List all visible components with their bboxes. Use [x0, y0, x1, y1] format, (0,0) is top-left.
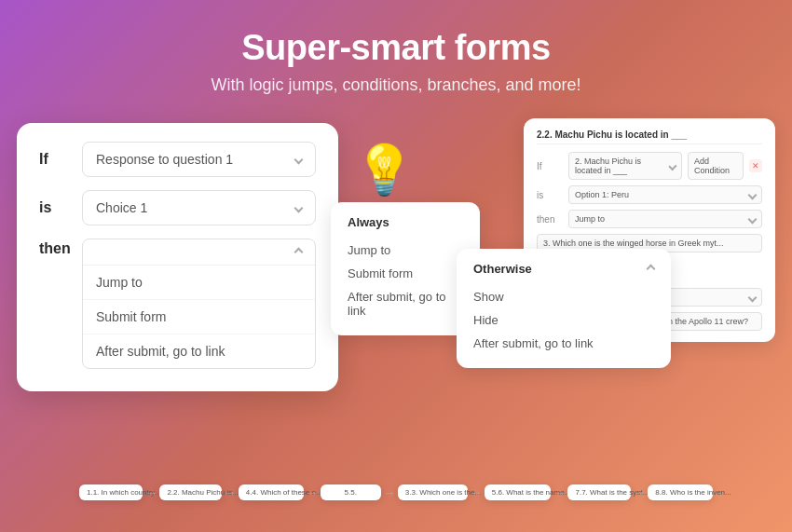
form-is-label: is	[537, 190, 563, 200]
form-if-label: If	[537, 161, 563, 171]
is-select-value: Choice 1	[96, 200, 147, 215]
then-option-link[interactable]: After submit, go to link	[83, 334, 315, 368]
page-title: Super-smart forms	[211, 28, 580, 68]
otherwise-option-link: After submit, go to link	[473, 332, 654, 355]
flow-node-8: 8.8. Who is the inven...	[648, 484, 713, 500]
form-then-select[interactable]: Jump to	[568, 210, 762, 228]
flow-node-6: 5.6. What is the name...	[485, 484, 552, 500]
flow-node-3: 4.4. Which of these o...	[239, 484, 304, 500]
chevron-down-icon	[294, 155, 304, 164]
form-add-condition-btn[interactable]: Add Condition	[688, 152, 744, 180]
otherwise-option-hide: Hide	[473, 308, 654, 332]
logic-card: If Response to question 1 is Choice 1 th…	[17, 123, 338, 391]
chevron-down-icon	[748, 293, 758, 302]
if-select-value: Response to question 1	[96, 152, 233, 167]
chevron-up-icon	[647, 265, 656, 274]
form-is-row: is Option 1: Peru	[537, 185, 762, 204]
is-row: is Choice 1	[39, 190, 316, 225]
always-option-link: After submit, go to link	[348, 285, 463, 322]
page-subtitle: With logic jumps, conditions, branches, …	[211, 75, 580, 95]
always-title: Always	[348, 215, 463, 229]
flow-arrow-1: →	[143, 485, 159, 500]
chevron-down-icon	[294, 203, 304, 212]
chevron-down-icon	[669, 161, 677, 170]
lightbulb-icon: 💡	[354, 142, 415, 198]
form-if-select[interactable]: 2. Machu Pichu is located in ___	[568, 152, 682, 180]
flow-node-5: 3.3. Which one is the...	[398, 484, 468, 500]
then-option-submit[interactable]: Submit form	[83, 300, 315, 334]
then-dropdown[interactable]: Jump to Submit form After submit, go to …	[82, 239, 316, 369]
form-panel-title: 2.2. Machu Pichu is located in ___	[537, 130, 762, 144]
main-container: Super-smart forms With logic jumps, cond…	[0, 0, 792, 532]
flow-arrow-6: →	[551, 485, 567, 500]
always-option-jump: Jump to	[348, 239, 463, 262]
then-row: then Jump to Submit form After submit, g…	[39, 239, 316, 369]
header: Super-smart forms With logic jumps, cond…	[192, 0, 599, 114]
flow-arrow-4: →	[381, 485, 398, 500]
form-if-row: If 2. Machu Pichu is located in ___ Add …	[537, 152, 762, 180]
chevron-down-icon	[748, 190, 758, 199]
flow-node-4: 5.5.	[321, 484, 381, 500]
is-label: is	[39, 199, 82, 216]
otherwise-title: Otherwise	[473, 262, 654, 276]
chevron-up-icon	[294, 248, 304, 257]
otherwise-option-show: Show	[473, 285, 654, 308]
delete-icon[interactable]: ✕	[749, 159, 762, 172]
otherwise-card: Otherwise Show Hide After submit, go to …	[457, 249, 671, 368]
flow-node-2: 2.2. Machu Pichu is...	[159, 484, 221, 500]
flow-node-7: 7.7. What is the syst...	[567, 484, 631, 500]
chevron-down-icon	[748, 214, 758, 224]
if-select[interactable]: Response to question 1	[82, 142, 316, 177]
if-row: If Response to question 1	[39, 142, 316, 177]
flow-arrow-2: →	[222, 485, 239, 500]
then-option-jump[interactable]: Jump to	[83, 266, 315, 300]
always-option-submit: Submit form	[348, 262, 463, 285]
is-select[interactable]: Choice 1	[82, 190, 316, 225]
form-then-label: then	[537, 214, 563, 225]
flow-arrow-7: →	[631, 485, 648, 500]
flow-node-1: 1.1. In which country...	[79, 484, 143, 500]
form-is-select[interactable]: Option 1: Peru	[568, 185, 762, 204]
then-dropdown-header	[83, 239, 315, 266]
flow-diagram: 1.1. In which country... → 2.2. Machu Pi…	[79, 467, 713, 518]
then-label: then	[39, 239, 82, 257]
if-label: If	[39, 151, 82, 168]
flow-arrow-5: →	[468, 485, 485, 500]
cards-area: 2.2. Machu Pichu is located in ___ If 2.…	[0, 114, 792, 532]
form-then-row: then Jump to	[537, 210, 762, 228]
flow-arrow-3: →	[304, 485, 321, 500]
